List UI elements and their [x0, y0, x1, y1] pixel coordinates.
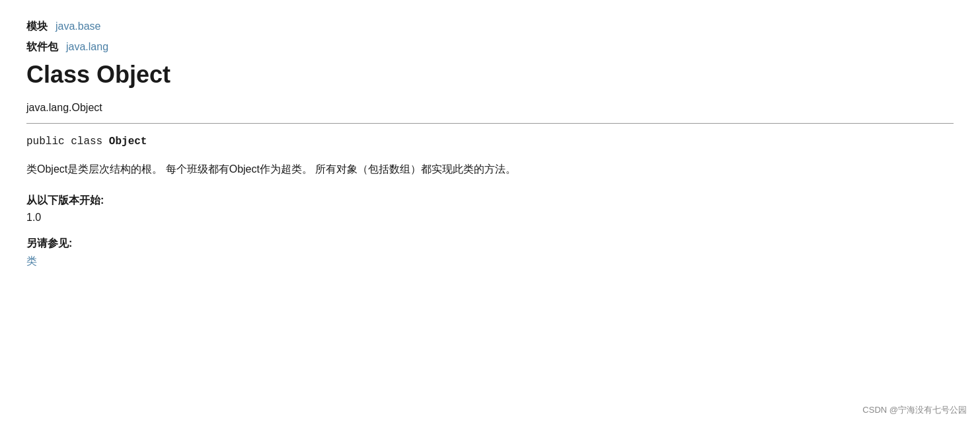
- module-link[interactable]: java.base: [56, 21, 101, 32]
- class-declaration: public class Object: [26, 136, 954, 148]
- package-link[interactable]: java.lang: [66, 41, 108, 53]
- class-description: 类Object是类层次结构的根。 每个班级都有Object作为超类。 所有对象（…: [26, 161, 954, 178]
- since-value: 1.0: [26, 212, 954, 224]
- module-label: 模块: [26, 20, 48, 34]
- module-line: 模块 java.base: [26, 20, 954, 34]
- section-divider: [26, 123, 954, 124]
- package-label: 软件包: [26, 40, 58, 54]
- footer-watermark: CSDN @宁海没有七号公园: [862, 404, 967, 416]
- see-also-link[interactable]: 类: [26, 255, 37, 267]
- code-keyword: public class: [26, 136, 109, 148]
- package-line: 软件包 java.lang: [26, 40, 954, 54]
- class-title: Class Object: [26, 61, 954, 89]
- see-also-value: 类: [26, 255, 954, 269]
- class-fqn: java.lang.Object: [26, 102, 954, 114]
- since-label: 从以下版本开始:: [26, 194, 954, 208]
- code-classname: Object: [109, 136, 147, 148]
- see-also-label: 另请参见:: [26, 237, 954, 251]
